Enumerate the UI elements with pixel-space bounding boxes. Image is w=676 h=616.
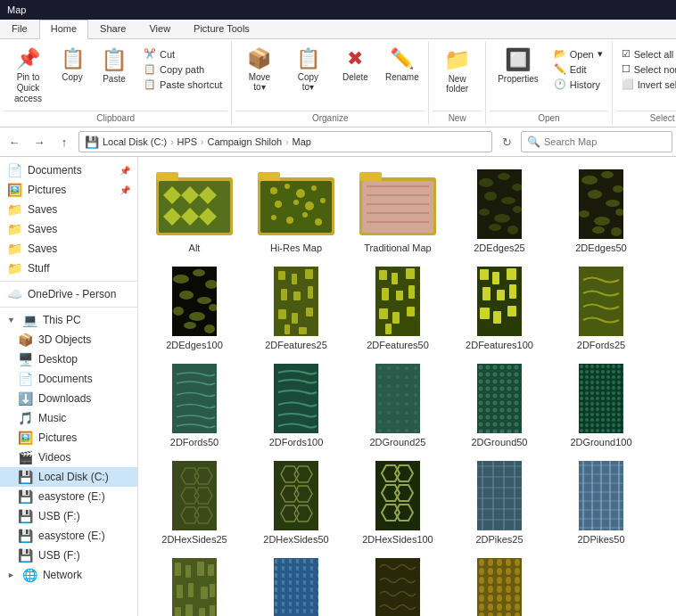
select-none-button[interactable]: ☐ Select none bbox=[618, 62, 676, 77]
tab-picture-tools[interactable]: Picture Tools bbox=[182, 20, 261, 38]
svg-point-21 bbox=[271, 215, 276, 220]
path-part-2[interactable]: Campaign Shiloh bbox=[207, 136, 282, 147]
file-item-2dfeatures50[interactable]: 2DFeatures50 bbox=[349, 261, 447, 355]
open-button[interactable]: 📂 Open▾ bbox=[550, 46, 606, 62]
invert-selection-button[interactable]: ⬜ Invert selection bbox=[618, 77, 676, 92]
file-item-2dfords25[interactable]: 2DFords25 bbox=[552, 261, 650, 355]
address-path[interactable]: 💾 Local Disk (C:) › HPS › Campaign Shilo… bbox=[78, 131, 492, 152]
file-item-2dground100[interactable]: 2DGround100 bbox=[552, 358, 650, 452]
file-item-2dpikes50[interactable]: 2DPikes50 bbox=[552, 456, 650, 549]
new-folder-button[interactable]: 📁 New folder bbox=[433, 43, 482, 98]
paste-shortcut-button[interactable]: 📋 Paste shortcut bbox=[140, 77, 226, 92]
search-box[interactable]: 🔍 bbox=[521, 131, 672, 152]
cut-button[interactable]: ✂️ Cut bbox=[140, 46, 226, 62]
file-item-2dhexsides25[interactable]: 2DHexSides25 bbox=[145, 456, 243, 549]
pin-quick-access-button[interactable]: 📌 Pin to Quick access bbox=[4, 43, 53, 109]
file-item-2dfords50[interactable]: 2DFords50 bbox=[145, 358, 243, 452]
delete-button[interactable]: ✖ Delete bbox=[333, 43, 377, 86]
sidebar-item-saves2[interactable]: 📁 Saves bbox=[0, 219, 137, 239]
file-item-2dfords100[interactable]: 2DFords100 bbox=[247, 358, 345, 452]
img-2dfords25-svg bbox=[579, 267, 623, 336]
edit-button[interactable]: ✏️ Edit bbox=[550, 62, 606, 77]
select-group-label: Select bbox=[616, 111, 676, 123]
history-button[interactable]: 🕐 History bbox=[550, 77, 606, 92]
search-input[interactable] bbox=[544, 136, 666, 147]
svg-point-60 bbox=[197, 297, 211, 304]
tab-file[interactable]: File bbox=[0, 20, 39, 38]
sidebar-item-easystore2[interactable]: 💾 easystore (E:) bbox=[0, 526, 137, 546]
move-to-button[interactable]: 📦 Move to▾ bbox=[235, 43, 283, 96]
file-item-2dhexsides50[interactable]: 2DHexSides50 bbox=[247, 456, 345, 549]
file-item-2dground50[interactable]: 2DGround50 bbox=[450, 358, 548, 452]
cut-icon: ✂️ bbox=[144, 48, 156, 60]
file-item-2dfeatures100[interactable]: 2DFeatures100 bbox=[450, 261, 548, 355]
file-item-traditionalmap[interactable]: Traditional Map bbox=[349, 164, 447, 258]
file-item-2dedges25[interactable]: 2DEdges25 bbox=[450, 164, 548, 258]
sidebar-item-desktop[interactable]: 🖥️ Desktop bbox=[0, 349, 137, 369]
sidebar-item-3dobjects[interactable]: 📦 3D Objects bbox=[0, 330, 137, 349]
file-item-2dedges100[interactable]: 2DEdges100 bbox=[145, 261, 243, 355]
sidebar-item-saves3[interactable]: 📁 Saves bbox=[0, 239, 137, 259]
path-part-0[interactable]: Local Disk (C:) bbox=[103, 136, 167, 147]
properties-label: Properties bbox=[498, 74, 539, 84]
file-item-row3-2[interactable] bbox=[247, 553, 345, 616]
sidebar-item-easystore1[interactable]: 💾 easystore (E:) bbox=[0, 487, 137, 506]
sidebar-item-label: USB (F:) bbox=[38, 549, 80, 562]
rename-label: Rename bbox=[385, 72, 419, 82]
path-part-1[interactable]: HPS bbox=[177, 136, 197, 147]
back-button[interactable]: ← bbox=[4, 131, 25, 152]
invert-icon: ⬜ bbox=[622, 78, 634, 90]
paste-button[interactable]: 📋 Paste bbox=[92, 43, 136, 88]
svg-point-19 bbox=[305, 201, 314, 210]
sidebar-item-documents-pinned[interactable]: 📄 Documents 📌 bbox=[0, 160, 137, 180]
sidebar-item-documents2[interactable]: 📄 Documents bbox=[0, 369, 137, 389]
up-button[interactable]: ↑ bbox=[54, 131, 75, 152]
file-item-row3-3[interactable] bbox=[349, 553, 447, 616]
sidebar-item-onedrive[interactable]: ☁️ OneDrive - Person bbox=[0, 284, 137, 304]
rename-button[interactable]: ✏️ Rename bbox=[379, 43, 425, 86]
svg-point-42 bbox=[489, 224, 501, 231]
sidebar-item-usb2[interactable]: 💾 USB (F:) bbox=[0, 546, 137, 565]
sidebar-item-videos[interactable]: 🎬 Videos bbox=[0, 448, 137, 467]
sidebar-item-downloads[interactable]: ⬇️ Downloads bbox=[0, 389, 137, 408]
videos-icon: 🎬 bbox=[18, 450, 33, 464]
svg-point-15 bbox=[296, 189, 305, 198]
select-all-button[interactable]: ☑ Select all bbox=[618, 46, 676, 62]
file-item-2dground25[interactable]: 2DGround25 bbox=[349, 358, 447, 452]
tab-share[interactable]: Share bbox=[88, 20, 137, 38]
file-item-row3-4[interactable] bbox=[450, 553, 548, 616]
file-item-2dhexsides100[interactable]: 2DHexSides100 bbox=[349, 456, 447, 549]
forward-button[interactable]: → bbox=[29, 131, 50, 152]
svg-rect-144 bbox=[208, 564, 214, 576]
sidebar-item-thispc[interactable]: ▼ 💻 This PC bbox=[0, 310, 137, 330]
sidebar-item-network[interactable]: ► 🌐 Network bbox=[0, 565, 137, 585]
sidebar-item-pictures-pinned[interactable]: 🖼️ Pictures 📌 bbox=[0, 180, 137, 200]
file-item-alt[interactable]: Alt bbox=[145, 164, 243, 258]
sidebar-item-saves1[interactable]: 📁 Saves bbox=[0, 200, 137, 219]
file-item-2dpikes25[interactable]: 2DPikes25 bbox=[450, 456, 548, 549]
tab-home[interactable]: Home bbox=[39, 20, 88, 39]
sidebar-divider-2 bbox=[0, 307, 137, 308]
tab-view[interactable]: View bbox=[137, 20, 182, 38]
file-item-hiresmap[interactable]: Hi-Res Map bbox=[247, 164, 345, 258]
copy-to-button[interactable]: 📋 Copy to▾ bbox=[284, 43, 331, 96]
sidebar-item-localdisk[interactable]: 💾 Local Disk (C:) bbox=[0, 467, 137, 487]
file-name-2dhexsides50: 2DHexSides50 bbox=[263, 534, 328, 545]
path-part-3[interactable]: Map bbox=[293, 136, 311, 147]
sidebar-item-stuff[interactable]: 📁 Stuff bbox=[0, 259, 137, 278]
sidebar-item-music[interactable]: 🎵 Music bbox=[0, 408, 137, 428]
refresh-button[interactable]: ↻ bbox=[496, 131, 517, 152]
file-item-2dedges50[interactable]: 2DEdges50 bbox=[552, 164, 650, 258]
open-group-label: Open bbox=[490, 111, 608, 123]
paste-label: Paste bbox=[103, 74, 126, 84]
sidebar-item-usb1[interactable]: 💾 USB (F:) bbox=[0, 506, 137, 526]
properties-button[interactable]: 🔲 Properties bbox=[490, 43, 547, 88]
file-item-2dfeatures25[interactable]: 2DFeatures25 bbox=[247, 261, 345, 355]
svg-rect-95 bbox=[509, 284, 516, 299]
svg-point-53 bbox=[592, 226, 605, 234]
file-item-row3-1[interactable] bbox=[145, 553, 243, 616]
copy-button[interactable]: 📋 Copy bbox=[54, 43, 90, 86]
svg-rect-159 bbox=[477, 558, 522, 616]
sidebar-item-pictures2[interactable]: 🖼️ Pictures bbox=[0, 428, 137, 448]
copy-path-button[interactable]: 📋 Copy path bbox=[140, 62, 226, 77]
